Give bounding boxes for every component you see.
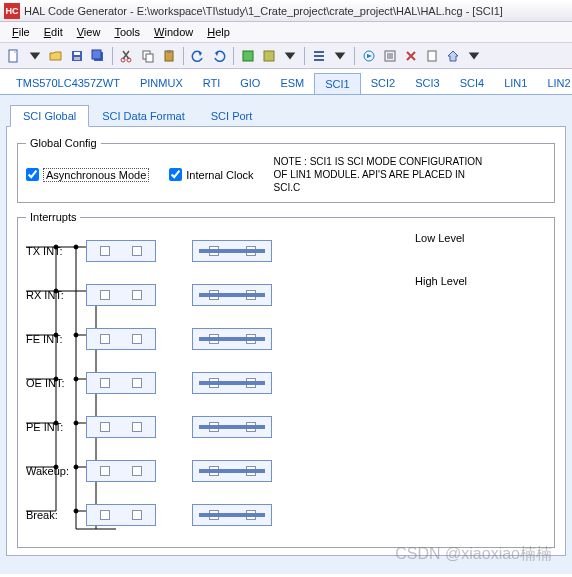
dropdown-arrow-icon[interactable] xyxy=(464,46,484,66)
interrupt-enable-widget[interactable] xyxy=(86,460,156,482)
interrupt-enable-widget[interactable] xyxy=(86,416,156,438)
interrupt-enable-widget[interactable] xyxy=(86,372,156,394)
svg-rect-16 xyxy=(428,51,436,61)
global-config-group: Global Config Asynchronous Mode Internal… xyxy=(17,137,555,203)
interrupts-group: Interrupts xyxy=(17,211,555,548)
svg-rect-11 xyxy=(167,50,171,53)
redo-button[interactable] xyxy=(209,46,229,66)
interrupt-row: Wakeup: xyxy=(26,449,546,493)
toolbar-separator xyxy=(354,47,355,65)
inner-tab-sci-data-format[interactable]: SCI Data Format xyxy=(89,105,198,127)
toolbar-separator xyxy=(112,47,113,65)
async-check[interactable] xyxy=(26,168,39,181)
toolbar-separator xyxy=(183,47,184,65)
menu-window[interactable]: Window xyxy=(148,24,199,40)
list-button[interactable] xyxy=(309,46,329,66)
interrupt-label: Wakeup: xyxy=(26,465,86,477)
module-tab-rti[interactable]: RTI xyxy=(193,73,231,94)
save-all-button[interactable] xyxy=(88,46,108,66)
open-button[interactable] xyxy=(46,46,66,66)
module-tab-sci3[interactable]: SCI3 xyxy=(405,73,449,94)
dropdown-arrow-icon[interactable] xyxy=(25,46,45,66)
svg-rect-12 xyxy=(243,51,253,61)
delete-button[interactable] xyxy=(401,46,421,66)
clock-check[interactable] xyxy=(169,168,182,181)
menu-tools[interactable]: Tools xyxy=(108,24,146,40)
module-tab-lin2[interactable]: LIN2 xyxy=(537,73,572,94)
interrupt-enable-widget[interactable] xyxy=(86,504,156,526)
dropdown-arrow-icon[interactable] xyxy=(280,46,300,66)
global-legend: Global Config xyxy=(26,137,101,149)
run-button[interactable] xyxy=(359,46,379,66)
interrupt-label: PE INT: xyxy=(26,421,86,433)
dropdown-arrow-icon[interactable] xyxy=(330,46,350,66)
module-tab-sci2[interactable]: SCI2 xyxy=(361,73,405,94)
svg-rect-0 xyxy=(9,50,17,62)
sci-global-panel: Global Config Asynchronous Mode Internal… xyxy=(6,126,566,556)
module-tab-tms570lc4357zwt[interactable]: TMS570LC4357ZWT xyxy=(6,73,130,94)
inner-tabs: SCI GlobalSCI Data FormatSCI Port xyxy=(6,101,566,127)
interrupt-route-widget[interactable] xyxy=(192,372,272,394)
svg-rect-3 xyxy=(74,57,80,60)
save-button[interactable] xyxy=(67,46,87,66)
config-button[interactable] xyxy=(380,46,400,66)
toolbar-separator xyxy=(304,47,305,65)
module-tab-sci4[interactable]: SCI4 xyxy=(450,73,494,94)
menu-help[interactable]: Help xyxy=(201,24,236,40)
undo-button[interactable] xyxy=(188,46,208,66)
menu-edit[interactable]: Edit xyxy=(38,24,69,40)
interrupt-row: Break: xyxy=(26,493,546,537)
low-level-label: Low Level xyxy=(415,232,465,244)
menu-file[interactable]: File xyxy=(6,24,36,40)
interrupts-legend: Interrupts xyxy=(26,211,80,223)
interrupt-route-widget[interactable] xyxy=(192,328,272,350)
high-level-label: High Level xyxy=(415,275,467,287)
window-title: HAL Code Generator - E:\workspace\TI\stu… xyxy=(24,5,503,17)
interrupt-route-widget[interactable] xyxy=(192,460,272,482)
interrupt-enable-widget[interactable] xyxy=(86,284,156,306)
interrupt-enable-widget[interactable] xyxy=(86,240,156,262)
gen2-button[interactable] xyxy=(259,46,279,66)
interrupt-row: PE INT: xyxy=(26,405,546,449)
interrupt-label: FE INT: xyxy=(26,333,86,345)
interrupt-row: RX INT: xyxy=(26,273,546,317)
interrupt-route-widget[interactable] xyxy=(192,284,272,306)
menu-view[interactable]: View xyxy=(71,24,107,40)
gen-button[interactable] xyxy=(238,46,258,66)
module-tab-esm[interactable]: ESM xyxy=(270,73,314,94)
interrupt-route-widget[interactable] xyxy=(192,240,272,262)
interrupt-route-widget[interactable] xyxy=(192,416,272,438)
app-icon: HC xyxy=(4,3,20,19)
info-button[interactable] xyxy=(422,46,442,66)
toolbar xyxy=(0,43,572,69)
module-tab-sci1[interactable]: SCI1 xyxy=(314,73,360,94)
svg-rect-2 xyxy=(74,52,80,55)
paste-button[interactable] xyxy=(159,46,179,66)
inner-tab-sci-port[interactable]: SCI Port xyxy=(198,105,266,127)
internal-clock-checkbox[interactable]: Internal Clock xyxy=(169,168,253,181)
copy-button[interactable] xyxy=(138,46,158,66)
titlebar: HC HAL Code Generator - E:\workspace\TI\… xyxy=(0,0,572,22)
content-area: SCI GlobalSCI Data FormatSCI Port Global… xyxy=(0,94,572,574)
toolbar-separator xyxy=(233,47,234,65)
module-tab-lin1[interactable]: LIN1 xyxy=(494,73,537,94)
inner-tab-sci-global[interactable]: SCI Global xyxy=(10,105,89,127)
config-note: NOTE : SCI1 IS SCI MODE CONFIGURATION OF… xyxy=(274,155,494,194)
interrupt-route-widget[interactable] xyxy=(192,504,272,526)
interrupt-label: Break: xyxy=(26,509,86,521)
cut-button[interactable] xyxy=(117,46,137,66)
module-tab-pinmux[interactable]: PINMUX xyxy=(130,73,193,94)
interrupt-label: TX INT: xyxy=(26,245,86,257)
svg-rect-9 xyxy=(146,54,153,62)
interrupt-row: TX INT: xyxy=(26,229,546,273)
async-mode-checkbox[interactable]: Asynchronous Mode xyxy=(26,168,149,182)
interrupt-enable-widget[interactable] xyxy=(86,328,156,350)
module-tab-gio[interactable]: GIO xyxy=(230,73,270,94)
home-button[interactable] xyxy=(443,46,463,66)
interrupt-row: FE INT: xyxy=(26,317,546,361)
interrupt-label: RX INT: xyxy=(26,289,86,301)
interrupt-row: OE INT: xyxy=(26,361,546,405)
new-button[interactable] xyxy=(4,46,24,66)
interrupt-label: OE INT: xyxy=(26,377,86,389)
svg-rect-13 xyxy=(264,51,274,61)
